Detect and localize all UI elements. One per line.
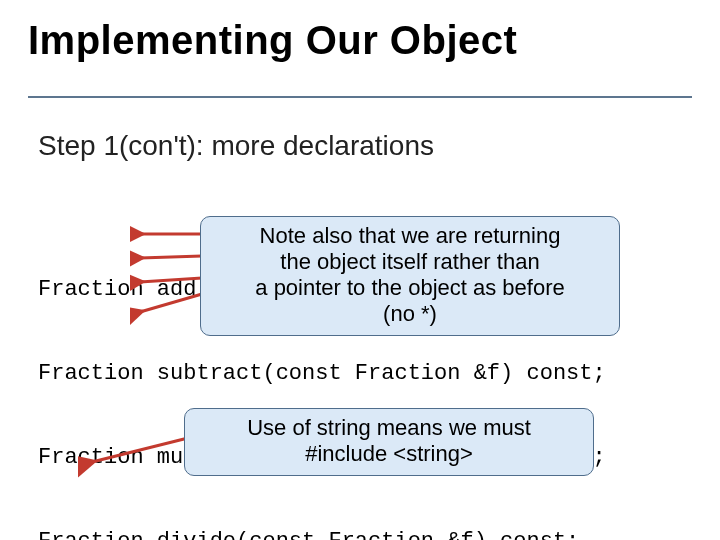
callout-line: a pointer to the object as before bbox=[215, 275, 605, 301]
slide-title: Implementing Our Object bbox=[28, 18, 692, 63]
slide-subtitle: Step 1(con't): more declarations bbox=[38, 130, 434, 162]
title-rule bbox=[28, 96, 692, 98]
callout-line: (no *) bbox=[215, 301, 605, 327]
callout-return-object: Note also that we are returning the obje… bbox=[200, 216, 620, 336]
code-line: Fraction subtract(const Fraction &f) con… bbox=[38, 360, 606, 388]
callout-line: #include <string> bbox=[199, 441, 579, 467]
callout-line: the object itself rather than bbox=[215, 249, 605, 275]
code-line: Fraction divide(const Fraction &f) const… bbox=[38, 528, 606, 540]
callout-string-include: Use of string means we must #include <st… bbox=[184, 408, 594, 476]
slide: Implementing Our Object Step 1(con't): m… bbox=[0, 0, 720, 540]
callout-line: Note also that we are returning bbox=[215, 223, 605, 249]
callout-line: Use of string means we must bbox=[199, 415, 579, 441]
